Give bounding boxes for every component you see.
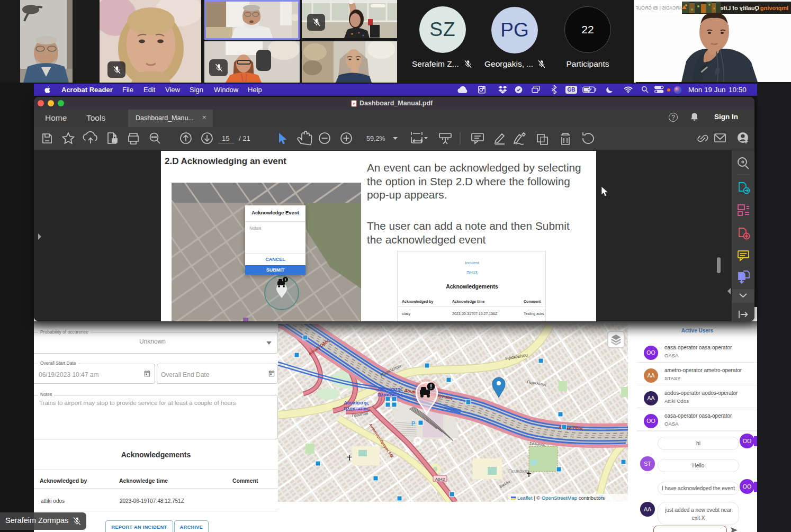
svg-text:P: P (353, 102, 355, 105)
svg-text:/ 21: / 21 (239, 134, 250, 142)
svg-text:Δουκίσσης: Δουκίσσης (377, 386, 403, 392)
svg-text:Δουκίσσης: Δουκίσσης (344, 400, 369, 405)
svg-text:!: ! (285, 277, 286, 282)
svg-text:!: ! (430, 383, 432, 390)
svg-text:P: P (411, 420, 415, 427)
svg-text:Quality of Life: Quality of Life (721, 5, 759, 11)
svg-text:Leaflet | © OpenStreetMap cont: Leaflet | © OpenStreetMap contributors (517, 495, 605, 501)
svg-text:ARCADIS | IBI GROUP: ARCADIS | IBI GROUP (636, 5, 682, 11)
svg-text:A642: A642 (435, 477, 445, 482)
svg-text:15: 15 (222, 134, 229, 142)
svg-text:59,2%: 59,2% (366, 135, 385, 142)
svg-text:Πευκάκια: Πευκάκια (508, 468, 529, 474)
svg-text:Improving: Improving (760, 5, 788, 11)
